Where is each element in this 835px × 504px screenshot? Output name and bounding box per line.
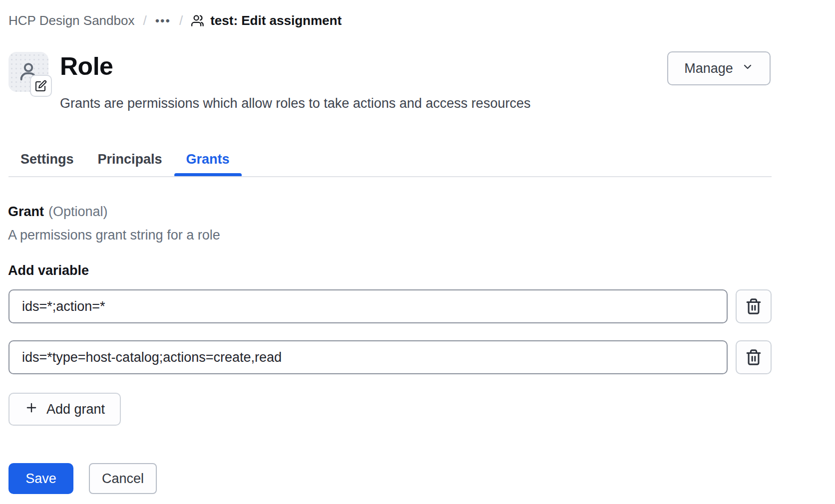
breadcrumb-item-hcp-design-sandbox[interactable]: HCP Design Sandbox bbox=[8, 13, 134, 28]
page-subtitle: Grants are permissions which allow roles… bbox=[60, 96, 530, 111]
cancel-button[interactable]: Cancel bbox=[89, 463, 157, 494]
grant-field-label: Grant(Optional) bbox=[8, 204, 108, 220]
grant-string-input-2[interactable] bbox=[8, 340, 728, 374]
grant-label-text: Grant bbox=[8, 204, 44, 219]
breadcrumb-separator: / bbox=[179, 13, 183, 28]
manage-button[interactable]: Manage bbox=[667, 51, 771, 85]
chevron-down-icon bbox=[742, 61, 754, 76]
edit-icon bbox=[35, 80, 47, 92]
breadcrumb-overflow-button[interactable]: ••• bbox=[155, 14, 171, 28]
add-variable-label: Add variable bbox=[8, 263, 89, 278]
tab-settings[interactable]: Settings bbox=[8, 141, 86, 177]
grant-row bbox=[8, 340, 772, 374]
tab-principals[interactable]: Principals bbox=[86, 141, 174, 177]
breadcrumb-item-current: test: Edit assignment bbox=[191, 13, 342, 28]
add-grant-button-label: Add grant bbox=[46, 402, 105, 417]
grant-optional-text: (Optional) bbox=[48, 204, 108, 219]
delete-grant-button-1[interactable] bbox=[736, 289, 772, 323]
plus-icon bbox=[24, 401, 38, 418]
add-grant-button[interactable]: Add grant bbox=[8, 393, 121, 426]
trash-icon bbox=[745, 349, 762, 366]
grant-helper-text: A permissions grant string for a role bbox=[8, 228, 220, 243]
avatar bbox=[8, 52, 48, 92]
delete-grant-button-2[interactable] bbox=[736, 340, 772, 374]
trash-icon bbox=[745, 298, 762, 315]
tab-grants[interactable]: Grants bbox=[174, 141, 242, 177]
page-title: Role bbox=[60, 52, 113, 81]
grant-row bbox=[8, 289, 772, 323]
grant-string-input-1[interactable] bbox=[8, 289, 728, 323]
save-button[interactable]: Save bbox=[8, 463, 73, 494]
tab-bar-divider bbox=[8, 176, 772, 177]
tab-bar: Settings Principals Grants bbox=[8, 141, 242, 177]
breadcrumb: HCP Design Sandbox / ••• / test: Edit as… bbox=[8, 13, 342, 28]
manage-button-label: Manage bbox=[684, 61, 733, 76]
breadcrumb-current-label: test: Edit assignment bbox=[210, 13, 342, 28]
edit-avatar-button[interactable] bbox=[30, 75, 52, 97]
role-edit-page: HCP Design Sandbox / ••• / test: Edit as… bbox=[0, 0, 835, 504]
users-icon bbox=[191, 14, 205, 27]
breadcrumb-separator: / bbox=[143, 13, 146, 28]
